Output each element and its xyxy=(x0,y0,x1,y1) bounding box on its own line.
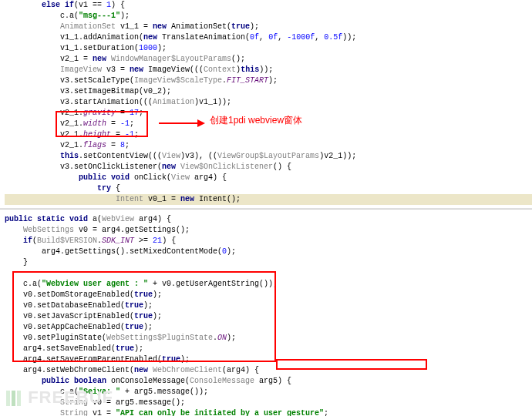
section-divider xyxy=(0,208,532,210)
highlight-box-3 xyxy=(276,359,427,370)
annotation-arrow xyxy=(159,116,205,136)
watermark: FREEBUF xyxy=(6,386,113,410)
annotation-text: 创建1pdi webview窗体 xyxy=(210,114,302,127)
svg-marker-1 xyxy=(197,119,205,127)
highlight-box-1 xyxy=(56,111,148,137)
highlight-box-2 xyxy=(12,271,276,362)
code-block-top: else if(v1 == 1) { c.a("msg---1"); Anima… xyxy=(0,0,532,205)
